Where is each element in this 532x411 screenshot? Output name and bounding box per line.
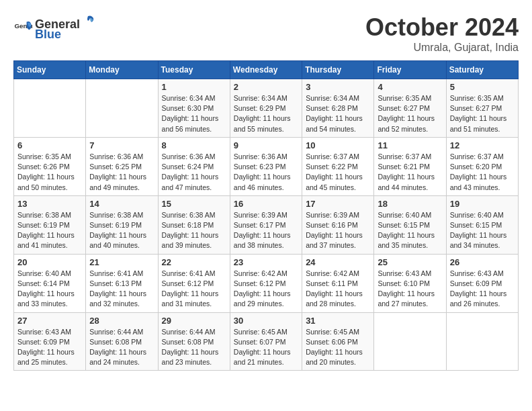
day-info: Sunrise: 6:43 AM Sunset: 6:09 PM Dayligh… bbox=[450, 269, 515, 310]
title-block: October 2024 Umrala, Gujarat, India bbox=[365, 13, 519, 54]
day-number: 2 bbox=[234, 82, 298, 92]
day-number: 30 bbox=[234, 316, 298, 326]
day-number: 27 bbox=[17, 316, 82, 326]
calendar-cell: 10Sunrise: 6:37 AM Sunset: 6:22 PM Dayli… bbox=[302, 137, 374, 195]
calendar-table: SundayMondayTuesdayWednesdayThursdayFrid… bbox=[13, 60, 519, 371]
day-info: Sunrise: 6:36 AM Sunset: 6:25 PM Dayligh… bbox=[89, 152, 154, 193]
calendar-cell: 9Sunrise: 6:36 AM Sunset: 6:23 PM Daylig… bbox=[230, 137, 302, 195]
weekday-header-tuesday: Tuesday bbox=[158, 61, 230, 79]
day-info: Sunrise: 6:38 AM Sunset: 6:19 PM Dayligh… bbox=[17, 210, 82, 251]
calendar-cell: 18Sunrise: 6:40 AM Sunset: 6:15 PM Dayli… bbox=[374, 195, 446, 254]
calendar-cell: 5Sunrise: 6:35 AM Sunset: 6:27 PM Daylig… bbox=[446, 79, 518, 138]
day-number: 25 bbox=[378, 257, 442, 267]
calendar-cell: 8Sunrise: 6:36 AM Sunset: 6:24 PM Daylig… bbox=[158, 137, 230, 195]
weekday-header-wednesday: Wednesday bbox=[230, 61, 302, 79]
day-number: 4 bbox=[378, 82, 442, 92]
logo-icon: General bbox=[13, 18, 32, 37]
day-number: 14 bbox=[89, 199, 154, 209]
weekday-header-friday: Friday bbox=[374, 61, 446, 79]
calendar-cell: 16Sunrise: 6:39 AM Sunset: 6:17 PM Dayli… bbox=[230, 195, 302, 254]
day-number: 31 bbox=[306, 316, 370, 326]
calendar-cell: 31Sunrise: 6:45 AM Sunset: 6:06 PM Dayli… bbox=[302, 312, 374, 371]
calendar-cell: 23Sunrise: 6:42 AM Sunset: 6:12 PM Dayli… bbox=[230, 254, 302, 312]
weekday-header-monday: Monday bbox=[86, 61, 158, 79]
page-header: General General Blue October 2024 Umrala… bbox=[13, 13, 519, 54]
day-info: Sunrise: 6:43 AM Sunset: 6:10 PM Dayligh… bbox=[378, 269, 442, 310]
week-row-4: 20Sunrise: 6:40 AM Sunset: 6:14 PM Dayli… bbox=[14, 254, 519, 312]
day-number: 5 bbox=[450, 82, 515, 92]
day-number: 12 bbox=[450, 140, 515, 150]
calendar-cell: 15Sunrise: 6:38 AM Sunset: 6:18 PM Dayli… bbox=[158, 195, 230, 254]
day-number: 15 bbox=[162, 199, 226, 209]
calendar-cell: 7Sunrise: 6:36 AM Sunset: 6:25 PM Daylig… bbox=[86, 137, 158, 195]
day-info: Sunrise: 6:44 AM Sunset: 6:08 PM Dayligh… bbox=[162, 327, 226, 368]
day-info: Sunrise: 6:38 AM Sunset: 6:18 PM Dayligh… bbox=[162, 210, 226, 251]
day-info: Sunrise: 6:34 AM Sunset: 6:30 PM Dayligh… bbox=[162, 93, 226, 134]
week-row-3: 13Sunrise: 6:38 AM Sunset: 6:19 PM Dayli… bbox=[14, 195, 519, 254]
calendar-cell: 6Sunrise: 6:35 AM Sunset: 6:26 PM Daylig… bbox=[14, 137, 86, 195]
calendar-cell: 2Sunrise: 6:34 AM Sunset: 6:29 PM Daylig… bbox=[230, 79, 302, 138]
calendar-cell bbox=[86, 79, 158, 138]
day-info: Sunrise: 6:43 AM Sunset: 6:09 PM Dayligh… bbox=[17, 327, 82, 368]
week-row-2: 6Sunrise: 6:35 AM Sunset: 6:26 PM Daylig… bbox=[14, 137, 519, 195]
calendar-cell: 19Sunrise: 6:40 AM Sunset: 6:15 PM Dayli… bbox=[446, 195, 518, 254]
calendar-cell bbox=[14, 79, 86, 138]
day-number: 20 bbox=[17, 257, 82, 267]
weekday-header-sunday: Sunday bbox=[14, 61, 86, 79]
calendar-cell: 13Sunrise: 6:38 AM Sunset: 6:19 PM Dayli… bbox=[14, 195, 86, 254]
day-info: Sunrise: 6:44 AM Sunset: 6:08 PM Dayligh… bbox=[89, 327, 154, 368]
day-info: Sunrise: 6:41 AM Sunset: 6:13 PM Dayligh… bbox=[89, 269, 154, 310]
day-info: Sunrise: 6:36 AM Sunset: 6:24 PM Dayligh… bbox=[162, 152, 226, 193]
calendar-cell: 27Sunrise: 6:43 AM Sunset: 6:09 PM Dayli… bbox=[14, 312, 86, 371]
calendar-cell: 17Sunrise: 6:39 AM Sunset: 6:16 PM Dayli… bbox=[302, 195, 374, 254]
month-title: October 2024 bbox=[365, 13, 519, 42]
day-info: Sunrise: 6:34 AM Sunset: 6:29 PM Dayligh… bbox=[234, 93, 298, 134]
day-info: Sunrise: 6:39 AM Sunset: 6:17 PM Dayligh… bbox=[234, 210, 298, 251]
day-info: Sunrise: 6:45 AM Sunset: 6:07 PM Dayligh… bbox=[234, 327, 298, 368]
calendar-cell: 28Sunrise: 6:44 AM Sunset: 6:08 PM Dayli… bbox=[86, 312, 158, 371]
day-number: 7 bbox=[89, 140, 154, 150]
day-number: 16 bbox=[234, 199, 298, 209]
day-info: Sunrise: 6:37 AM Sunset: 6:22 PM Dayligh… bbox=[306, 152, 370, 193]
calendar-cell: 4Sunrise: 6:35 AM Sunset: 6:27 PM Daylig… bbox=[374, 79, 446, 138]
day-info: Sunrise: 6:42 AM Sunset: 6:11 PM Dayligh… bbox=[306, 269, 370, 310]
calendar-cell: 26Sunrise: 6:43 AM Sunset: 6:09 PM Dayli… bbox=[446, 254, 518, 312]
week-row-1: 1Sunrise: 6:34 AM Sunset: 6:30 PM Daylig… bbox=[14, 79, 519, 138]
day-number: 13 bbox=[17, 199, 82, 209]
day-info: Sunrise: 6:36 AM Sunset: 6:23 PM Dayligh… bbox=[234, 152, 298, 193]
calendar-cell: 20Sunrise: 6:40 AM Sunset: 6:14 PM Dayli… bbox=[14, 254, 86, 312]
day-number: 11 bbox=[378, 140, 442, 150]
day-number: 3 bbox=[306, 82, 370, 92]
logo: General General Blue bbox=[13, 13, 96, 42]
day-info: Sunrise: 6:38 AM Sunset: 6:19 PM Dayligh… bbox=[89, 210, 154, 251]
day-number: 22 bbox=[162, 257, 226, 267]
day-number: 6 bbox=[17, 140, 82, 150]
weekday-header-row: SundayMondayTuesdayWednesdayThursdayFrid… bbox=[14, 61, 519, 79]
day-info: Sunrise: 6:40 AM Sunset: 6:15 PM Dayligh… bbox=[450, 210, 515, 251]
calendar-cell bbox=[374, 312, 446, 371]
day-number: 18 bbox=[378, 199, 442, 209]
logo-bird-icon bbox=[81, 13, 95, 28]
day-number: 26 bbox=[450, 257, 515, 267]
day-info: Sunrise: 6:41 AM Sunset: 6:12 PM Dayligh… bbox=[162, 269, 226, 310]
calendar-cell: 22Sunrise: 6:41 AM Sunset: 6:12 PM Dayli… bbox=[158, 254, 230, 312]
location-subtitle: Umrala, Gujarat, India bbox=[365, 42, 519, 54]
day-info: Sunrise: 6:45 AM Sunset: 6:06 PM Dayligh… bbox=[306, 327, 370, 368]
day-info: Sunrise: 6:42 AM Sunset: 6:12 PM Dayligh… bbox=[234, 269, 298, 310]
day-number: 28 bbox=[89, 316, 154, 326]
day-info: Sunrise: 6:40 AM Sunset: 6:15 PM Dayligh… bbox=[378, 210, 442, 251]
calendar-cell: 25Sunrise: 6:43 AM Sunset: 6:10 PM Dayli… bbox=[374, 254, 446, 312]
calendar-cell bbox=[446, 312, 518, 371]
day-info: Sunrise: 6:39 AM Sunset: 6:16 PM Dayligh… bbox=[306, 210, 370, 251]
day-number: 10 bbox=[306, 140, 370, 150]
day-info: Sunrise: 6:35 AM Sunset: 6:27 PM Dayligh… bbox=[450, 93, 515, 134]
day-number: 21 bbox=[89, 257, 154, 267]
day-number: 19 bbox=[450, 199, 515, 209]
day-info: Sunrise: 6:37 AM Sunset: 6:20 PM Dayligh… bbox=[450, 152, 515, 193]
day-info: Sunrise: 6:37 AM Sunset: 6:21 PM Dayligh… bbox=[378, 152, 442, 193]
week-row-5: 27Sunrise: 6:43 AM Sunset: 6:09 PM Dayli… bbox=[14, 312, 519, 371]
calendar-cell: 14Sunrise: 6:38 AM Sunset: 6:19 PM Dayli… bbox=[86, 195, 158, 254]
weekday-header-thursday: Thursday bbox=[302, 61, 374, 79]
calendar-cell: 30Sunrise: 6:45 AM Sunset: 6:07 PM Dayli… bbox=[230, 312, 302, 371]
day-number: 9 bbox=[234, 140, 298, 150]
